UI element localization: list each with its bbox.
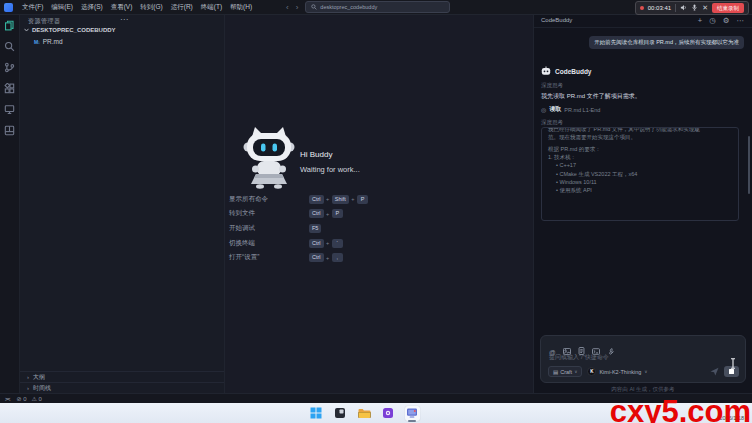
kimi-logo-icon: K <box>587 367 596 376</box>
chat-tab-label[interactable]: CodeBuddy <box>541 17 572 23</box>
assistant-row: CodeBuddy <box>541 66 591 76</box>
explorer-icon[interactable] <box>4 19 16 31</box>
menu-item[interactable]: 查看(V) <box>111 3 133 12</box>
menu-item[interactable]: 文件(F) <box>22 3 43 12</box>
key-cap: , <box>332 253 343 262</box>
settings-icon[interactable]: ⚙ <box>723 16 730 25</box>
sidebar-section[interactable]: ›大纲 <box>20 371 224 382</box>
shortcut-keys: Ctrl+` <box>309 239 343 248</box>
chevron-down-icon: ∨ <box>574 369 577 374</box>
chevron-right-icon: › <box>27 385 29 391</box>
model-name: Kimi-K2-Thinking <box>599 369 641 375</box>
remote-explorer-icon[interactable] <box>4 103 16 115</box>
tree-file-prmd[interactable]: M↓ PR.md <box>34 38 63 45</box>
command-center-search[interactable]: desktoprec_codebuddy <box>305 1 450 13</box>
shortcut-keys: Ctrl+Shift+P <box>309 195 368 204</box>
explorer-sidebar: 资源管理器 ⋯ DESKTOPREC_CODEBUDDY M↓ PR.md ›大… <box>20 14 225 393</box>
menu-item[interactable]: 编辑(E) <box>51 3 73 12</box>
explorer-title: 资源管理器 <box>28 17 61 26</box>
root-folder-label: DESKTOPREC_CODEBUDDY <box>32 27 116 33</box>
microphone-icon[interactable] <box>691 4 698 13</box>
more-actions-icon[interactable]: ⋯ <box>120 15 128 24</box>
menu-item[interactable]: 帮助(H) <box>230 3 252 12</box>
think-bullets: • C++17• CMake 生成 VS2022 工程，x64• Windows… <box>548 161 728 194</box>
speaker-icon[interactable] <box>680 4 687 13</box>
tool-action: 读取 <box>549 105 561 114</box>
source-control-icon[interactable] <box>4 61 16 73</box>
titlebar-nav: ‹ › desktoprec_codebuddy <box>286 1 450 13</box>
more-icon[interactable]: ⋯ <box>737 16 745 25</box>
chat-composer[interactable]: @ 提问或输入“/”快捷命令 ▤ Craft ∨ K Kimi-K2-Think… <box>540 335 746 383</box>
shortcut-row: 开始调试F5 <box>229 221 368 236</box>
chevron-down-icon <box>24 28 29 32</box>
panel-layout-icon[interactable] <box>4 124 16 136</box>
shortcut-label: 转到文件 <box>229 209 309 218</box>
key-cap: P <box>332 209 343 218</box>
shortcut-keys: Ctrl+, <box>309 253 343 262</box>
menubar: 文件(F)编辑(E)选择(S)查看(V)转到(G)运行(R)终端(T)帮助(H) <box>22 3 252 12</box>
section-label: 大纲 <box>33 373 45 382</box>
menu-item[interactable]: 运行(R) <box>171 3 193 12</box>
recording-dot-icon <box>640 6 644 10</box>
menu-item[interactable]: 选择(S) <box>81 3 103 12</box>
craft-mode-select[interactable]: ▤ Craft ∨ <box>548 366 582 377</box>
thinking-label-1[interactable]: 深度思考 <box>541 82 563 89</box>
taskbar-file-explorer-icon[interactable] <box>357 406 372 421</box>
nav-forward-icon[interactable]: › <box>296 2 299 13</box>
think-bullet: • CMake 生成 VS2022 工程，x64 <box>548 170 728 178</box>
key-cap: Shift <box>332 195 349 204</box>
sidebar-section[interactable]: ›时间线 <box>20 382 224 393</box>
activity-bar <box>0 14 20 393</box>
shortcut-row: 切换终端Ctrl+` <box>229 236 368 251</box>
thinking-label-2[interactable]: 深度思考 <box>541 119 563 126</box>
sidebar-sections: ›大纲›时间线 <box>20 371 224 393</box>
recording-widget: 00:03:41 ✕ 结束录制 <box>635 1 749 15</box>
think-bullet: • Windows 10/11 <box>548 178 728 186</box>
shortcut-list: 显示所有命令Ctrl+Shift+P转到文件Ctrl+P开始调试F5切换终端Ct… <box>229 192 368 265</box>
think-line: 范。现在我需要开始实现这个项目。 <box>548 133 728 141</box>
shortcut-label: 开始调试 <box>229 224 309 233</box>
history-icon[interactable]: ◷ <box>709 16 716 25</box>
craft-icon: ▤ <box>553 369 558 375</box>
assistant-name: CodeBuddy <box>555 68 591 75</box>
search-icon[interactable] <box>4 40 16 52</box>
key-cap: Ctrl <box>309 209 324 218</box>
send-icon[interactable] <box>710 367 719 376</box>
key-cap: ` <box>332 239 343 248</box>
file-label: PR.md <box>43 38 63 45</box>
remote-indicator-icon[interactable]: >< <box>5 396 9 402</box>
taskbar-screen-recorder-icon[interactable] <box>405 406 420 421</box>
nav-back-icon[interactable]: ‹ <box>286 2 289 13</box>
close-icon[interactable]: ✕ <box>702 4 708 12</box>
problems-indicator[interactable]: ⊘ 0 ⚠ 0 <box>16 395 41 402</box>
think-bullet: • C++17 <box>548 161 728 169</box>
shortcut-row: 显示所有命令Ctrl+Shift+P <box>229 192 368 207</box>
shortcut-keys: Ctrl+P <box>309 209 343 218</box>
menu-item[interactable]: 终端(T) <box>201 3 222 12</box>
think-heading: 根据 PR.md 的要求： <box>548 145 728 153</box>
add-chat-icon[interactable]: + <box>698 16 702 25</box>
shortcut-row: 打开“设置”Ctrl+, <box>229 250 368 265</box>
key-cap: Ctrl <box>309 195 324 204</box>
taskbar-media-app-icon[interactable] <box>381 406 396 421</box>
tree-root-folder[interactable]: DESKTOPREC_CODEBUDDY <box>24 27 116 33</box>
taskbar-start-icon[interactable] <box>309 406 324 421</box>
thinking-content-box[interactable]: 我已经仔细阅读了 PR.md 文件，其中说明了功能需求和实现规 范。现在我需要开… <box>541 127 739 221</box>
model-select[interactable]: K Kimi-K2-Thinking ∨ <box>587 367 647 376</box>
mouse-ibeam-cursor <box>730 358 736 369</box>
ai-disclaimer: 内容由 AI 生成，仅供参考 <box>534 386 752 393</box>
watermark: cxy5.com <box>610 396 751 423</box>
thinkbox-scrollbar[interactable] <box>748 136 751 194</box>
buddy-mascot-image <box>242 124 296 190</box>
extensions-icon[interactable] <box>4 82 16 94</box>
think-subheading: 1. 技术栈： <box>548 153 728 161</box>
chevron-down-icon: ∨ <box>644 369 647 374</box>
shortcut-label: 显示所有命令 <box>229 195 309 204</box>
tool-call-row[interactable]: ◎ 读取 PR.md L1-End <box>541 105 600 114</box>
assistant-intro-text: 我先读取 PR.md 文件了解项目需求。 <box>541 92 641 101</box>
taskbar-widgets-app-icon[interactable] <box>333 406 348 421</box>
think-bullet: • 使用系统 API <box>548 186 728 194</box>
key-cap: Ctrl <box>309 253 324 262</box>
stop-recording-button[interactable]: 结束录制 <box>712 3 744 13</box>
menu-item[interactable]: 转到(G) <box>140 3 162 12</box>
